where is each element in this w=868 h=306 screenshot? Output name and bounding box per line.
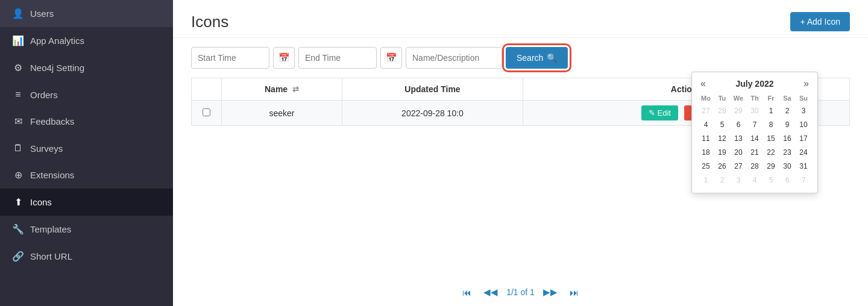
sidebar-item-feedbacks[interactable]: ✉ Feedbacks bbox=[0, 108, 173, 135]
cal-day[interactable]: 31 bbox=[796, 160, 811, 173]
cal-day[interactable]: 13 bbox=[731, 132, 746, 145]
sidebar-item-templates[interactable]: 🔧 Templates bbox=[0, 216, 173, 243]
cal-day[interactable]: 23 bbox=[779, 146, 795, 159]
cal-day[interactable]: 21 bbox=[747, 146, 763, 159]
short-url-icon: 🔗 bbox=[12, 251, 24, 262]
cal-day[interactable]: 27 bbox=[731, 160, 746, 173]
cal-day[interactable]: 11 bbox=[698, 132, 714, 145]
cal-day[interactable]: 2 bbox=[714, 173, 730, 187]
cal-day[interactable]: 2 bbox=[779, 104, 795, 117]
add-icon-button[interactable]: + Add Icon bbox=[790, 12, 850, 31]
calendar-next-button[interactable]: » bbox=[801, 78, 811, 89]
calendar-icon: 📅 bbox=[386, 52, 397, 63]
cal-day[interactable]: 30 bbox=[747, 104, 763, 117]
cal-day[interactable]: 29 bbox=[731, 104, 746, 117]
cal-day[interactable]: 1 bbox=[698, 173, 714, 187]
cal-day[interactable]: 7 bbox=[796, 173, 811, 187]
main-content: Icons + Add Icon 📅 📅 Search 🔍 « July 202… bbox=[173, 0, 868, 306]
cal-day[interactable]: 4 bbox=[747, 173, 763, 187]
cal-day[interactable]: 4 bbox=[698, 118, 714, 131]
cal-day[interactable]: 5 bbox=[763, 173, 779, 187]
cal-day[interactable]: 29 bbox=[763, 160, 779, 173]
pagination-last-button[interactable]: ⏭ bbox=[566, 286, 582, 299]
sidebar-item-surveys[interactable]: 🗒 Surveys bbox=[0, 135, 173, 161]
sidebar-item-label: Surveys bbox=[30, 143, 63, 154]
name-description-input[interactable] bbox=[406, 47, 502, 69]
feedbacks-icon: ✉ bbox=[12, 116, 24, 127]
sidebar-item-users[interactable]: 👤 Users bbox=[0, 0, 173, 27]
edit-button[interactable]: ✎ Edit bbox=[641, 105, 678, 120]
sidebar-item-label: Neo4j Setting bbox=[30, 63, 84, 73]
calendar-prev-button[interactable]: « bbox=[698, 78, 708, 89]
calendar-dropdown: « July 2022 » Mo Tu We Th Fr Sa Su 27 28… bbox=[691, 72, 818, 193]
search-button[interactable]: Search 🔍 bbox=[506, 47, 568, 69]
extensions-icon: ⊕ bbox=[12, 169, 24, 181]
icons-icon: ⬆ bbox=[12, 196, 24, 208]
cal-day-header-we: We bbox=[731, 93, 746, 104]
th-name[interactable]: Name ⇄ bbox=[222, 78, 342, 101]
cal-day[interactable]: 6 bbox=[779, 173, 795, 187]
cal-day[interactable]: 7 bbox=[747, 118, 763, 131]
orders-icon: ≡ bbox=[12, 89, 24, 100]
cal-day[interactable]: 25 bbox=[698, 160, 714, 173]
start-time-calendar-button[interactable]: 📅 bbox=[273, 47, 295, 69]
cal-day[interactable]: 5 bbox=[714, 118, 730, 131]
sidebar: 👤 Users 📊 App Analytics ⚙ Neo4j Setting … bbox=[0, 0, 173, 306]
pagination-prev-button[interactable]: ◀◀ bbox=[480, 286, 502, 299]
cal-day[interactable]: 27 bbox=[698, 104, 714, 117]
cal-day[interactable]: 20 bbox=[731, 146, 746, 159]
cal-day[interactable]: 14 bbox=[747, 132, 763, 145]
cal-day[interactable]: 28 bbox=[747, 160, 763, 173]
cal-day[interactable]: 9 bbox=[779, 118, 795, 131]
settings-icon: ⚙ bbox=[12, 62, 24, 73]
row-name: seeker bbox=[222, 101, 342, 126]
sidebar-item-label: Templates bbox=[30, 224, 71, 234]
pagination-first-button[interactable]: ⏮ bbox=[459, 286, 475, 299]
sidebar-item-label: Icons bbox=[30, 197, 52, 207]
cal-day[interactable]: 12 bbox=[714, 132, 730, 145]
calendar-month-title: July 2022 bbox=[735, 79, 773, 89]
cal-day[interactable]: 17 bbox=[796, 132, 811, 145]
row-checkbox-cell[interactable] bbox=[192, 101, 222, 126]
sidebar-item-label: Extensions bbox=[30, 170, 74, 180]
sidebar-item-short-url[interactable]: 🔗 Short URL bbox=[0, 243, 173, 270]
analytics-icon: 📊 bbox=[12, 35, 24, 46]
cal-day[interactable]: 1 bbox=[763, 104, 779, 117]
main-header: Icons + Add Icon bbox=[173, 0, 868, 38]
cal-day[interactable]: 3 bbox=[796, 104, 811, 117]
cal-day[interactable]: 19 bbox=[714, 146, 730, 159]
sidebar-item-orders[interactable]: ≡ Orders bbox=[0, 81, 173, 108]
th-updated-time: Updated Time bbox=[342, 78, 523, 101]
sidebar-item-extensions[interactable]: ⊕ Extensions bbox=[0, 161, 173, 189]
sidebar-item-app-analytics[interactable]: 📊 App Analytics bbox=[0, 27, 173, 54]
search-icon: 🔍 bbox=[547, 53, 557, 63]
sidebar-item-label: Orders bbox=[30, 90, 58, 100]
cal-day[interactable]: 26 bbox=[714, 160, 730, 173]
sidebar-item-icons[interactable]: ⬆ Icons bbox=[0, 189, 173, 216]
toolbar: 📅 📅 Search 🔍 « July 2022 » Mo Tu We Th F… bbox=[173, 38, 868, 78]
cal-day-header-sa: Sa bbox=[779, 93, 795, 104]
cal-day[interactable]: 16 bbox=[779, 132, 795, 145]
cal-day[interactable]: 10 bbox=[796, 118, 811, 131]
cal-day[interactable]: 18 bbox=[698, 146, 714, 159]
sidebar-item-label: App Analytics bbox=[30, 36, 84, 46]
row-checkbox[interactable] bbox=[203, 108, 210, 116]
cal-day[interactable]: 15 bbox=[763, 132, 779, 145]
end-time-input[interactable] bbox=[298, 47, 377, 69]
row-updated-time: 2022-09-28 10:0 bbox=[342, 101, 523, 126]
cal-day[interactable]: 22 bbox=[763, 146, 779, 159]
cal-day[interactable]: 30 bbox=[779, 160, 795, 173]
user-icon: 👤 bbox=[12, 8, 24, 19]
cal-day[interactable]: 28 bbox=[714, 104, 730, 117]
cal-day[interactable]: 3 bbox=[731, 173, 746, 187]
pagination-next-button[interactable]: ▶▶ bbox=[539, 286, 561, 299]
calendar-grid: Mo Tu We Th Fr Sa Su 27 28 29 30 1 2 3 4… bbox=[698, 93, 811, 187]
cal-day-header-mo: Mo bbox=[698, 93, 714, 104]
cal-day[interactable]: 8 bbox=[763, 118, 779, 131]
templates-icon: 🔧 bbox=[12, 223, 24, 235]
end-time-calendar-button[interactable]: 📅 bbox=[380, 47, 402, 69]
cal-day[interactable]: 24 bbox=[796, 146, 811, 159]
sidebar-item-neo4j-setting[interactable]: ⚙ Neo4j Setting bbox=[0, 54, 173, 81]
start-time-input[interactable] bbox=[191, 47, 269, 69]
cal-day[interactable]: 6 bbox=[731, 118, 746, 131]
